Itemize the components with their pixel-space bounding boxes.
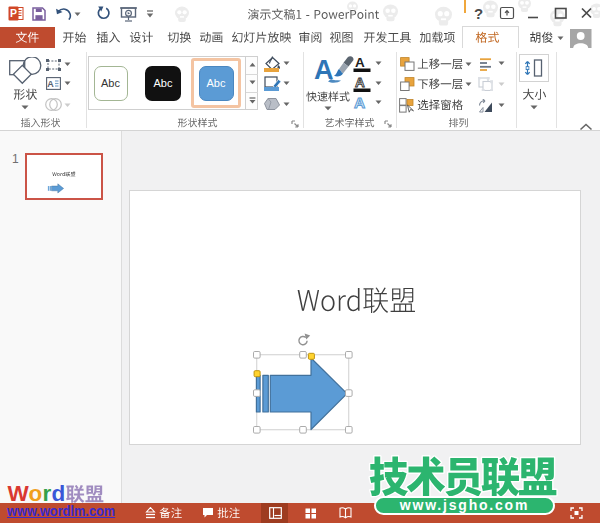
svg-text:A: A (355, 75, 365, 90)
svg-text:?: ? (474, 5, 483, 22)
svg-text:A: A (355, 55, 365, 70)
svg-text:A: A (47, 79, 54, 89)
svg-text:A: A (354, 94, 365, 111)
svg-text:P: P (10, 7, 17, 19)
